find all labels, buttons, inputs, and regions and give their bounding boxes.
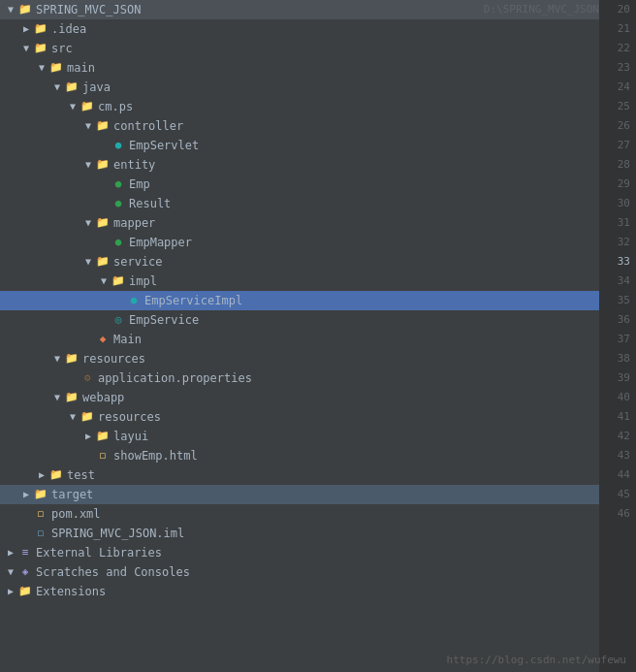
- tree-item-mapper[interactable]: ▼📁mapper: [0, 213, 599, 233]
- tree-item-EmpServiceImpl[interactable]: ●EmpServiceImpl: [0, 291, 599, 310]
- tree-item-service[interactable]: ▼📁service: [0, 252, 599, 272]
- tree-arrow[interactable]: ▼: [66, 97, 80, 116]
- tree-item-test[interactable]: ▶📁test: [0, 465, 599, 485]
- file-icon-scratch: ◈: [17, 564, 33, 580]
- tree-item-Main[interactable]: ◆Main: [0, 330, 599, 349]
- tree-item-target[interactable]: ▶📁target: [0, 485, 599, 504]
- tree-item-entity[interactable]: ▼📁entity: [0, 155, 599, 175]
- tree-arrow[interactable]: ▶: [4, 543, 17, 562]
- line-number-25: 25: [599, 97, 630, 116]
- tree-arrow[interactable]: ▼: [4, 0, 17, 19]
- tree-item-label: resources: [82, 349, 599, 368]
- tree-item-external-libraries[interactable]: ▶≡External Libraries: [0, 543, 599, 562]
- file-icon-folder-blue: 📁: [48, 467, 64, 483]
- file-icon-iml: ◻: [33, 526, 48, 541]
- tree-item-EmpMapper[interactable]: ●EmpMapper: [0, 233, 599, 252]
- tree-arrow[interactable]: ▶: [4, 582, 17, 601]
- tree-item-main[interactable]: ▼📁main: [0, 58, 599, 78]
- file-icon-folder-blue: 📁: [95, 118, 111, 134]
- tree-arrow[interactable]: ▼: [19, 39, 33, 58]
- file-icon-main: ◆: [95, 332, 111, 347]
- tree-arrow[interactable]: ▼: [50, 388, 64, 407]
- tree-item-EmpService[interactable]: ◎EmpService: [0, 310, 599, 330]
- tree-item-label: main: [67, 58, 599, 78]
- tree-item-extensions[interactable]: ▶📁Extensions: [0, 582, 599, 601]
- tree-item-label: showEmp.html: [113, 446, 599, 465]
- tree-item-resources[interactable]: ▼📁resources: [0, 349, 599, 368]
- tree-item-label: mapper: [113, 213, 599, 233]
- tree-item-Result[interactable]: ●Result: [0, 194, 599, 213]
- tree-item-label: EmpServlet: [129, 136, 599, 155]
- tree-item-scratches[interactable]: ▼◈Scratches and Consoles: [0, 562, 599, 582]
- line-number-27: 27: [599, 136, 630, 155]
- tree-arrow[interactable]: ▼: [50, 349, 64, 368]
- tree-item-application.properties[interactable]: ⚙application.properties: [0, 368, 599, 388]
- tree-item-label: resources: [98, 407, 599, 427]
- tree-arrow[interactable]: ▼: [50, 78, 64, 97]
- line-number-36: 36: [599, 310, 630, 330]
- line-number-39: 39: [599, 368, 630, 388]
- line-number-34: 34: [599, 272, 630, 291]
- tree-item-EmpServlet[interactable]: ●EmpServlet: [0, 136, 599, 155]
- file-icon-folder-blue: 📁: [17, 584, 33, 599]
- file-icon-class-green: ●: [111, 196, 126, 211]
- line-number-42: 42: [599, 427, 630, 446]
- file-icon-folder-blue: 📁: [80, 99, 95, 114]
- tree-item-label: Emp: [129, 175, 599, 194]
- tree-item-webapp[interactable]: ▼📁webapp: [0, 388, 599, 407]
- tree-item-label: controller: [113, 116, 599, 136]
- file-icon-folder-blue: 📁: [64, 80, 80, 95]
- tree-item-label: SPRING_MVC_JSON: [36, 0, 476, 19]
- file-icon-folder-res: 📁: [64, 351, 80, 367]
- line-number-21: 21: [599, 19, 630, 39]
- file-icon-folder: 📁: [33, 21, 48, 37]
- line-number-24: 24: [599, 78, 630, 97]
- tree-arrow[interactable]: ▶: [19, 485, 33, 504]
- tree-arrow[interactable]: ▼: [97, 272, 111, 291]
- tree-item-label: test: [67, 465, 599, 485]
- tree-arrow[interactable]: ▶: [35, 465, 48, 485]
- tree-item-pom.xml[interactable]: ◻pom.xml: [0, 504, 599, 524]
- tree-item-impl[interactable]: ▼📁impl: [0, 272, 599, 291]
- tree-arrow[interactable]: ▼: [81, 155, 95, 175]
- tree-item-showEmp.html[interactable]: ◻showEmp.html: [0, 446, 599, 465]
- tree-arrow[interactable]: ▼: [81, 116, 95, 136]
- line-number-22: 22: [599, 39, 630, 58]
- tree-item-cm.ps[interactable]: ▼📁cm.ps: [0, 97, 599, 116]
- tree-item-Emp[interactable]: ●Emp: [0, 175, 599, 194]
- tree-arrow[interactable]: ▼: [35, 58, 48, 78]
- file-tree[interactable]: ▼📁SPRING_MVC_JSOND:\SPRING_MVC_JSON▶📁.id…: [0, 0, 599, 672]
- tree-item-layui[interactable]: ▶📁layui: [0, 427, 599, 446]
- main-panel: ▼📁SPRING_MVC_JSOND:\SPRING_MVC_JSON▶📁.id…: [0, 0, 636, 672]
- tree-item-label: External Libraries: [36, 543, 599, 562]
- tree-arrow[interactable]: ▶: [81, 427, 95, 446]
- tree-item-idea[interactable]: ▶📁.idea: [0, 19, 599, 39]
- file-icon-interface: ◎: [111, 312, 126, 328]
- tree-item-label: cm.ps: [98, 97, 599, 116]
- tree-arrow[interactable]: ▼: [66, 407, 80, 427]
- tree-item-controller[interactable]: ▼📁controller: [0, 116, 599, 136]
- project-path: D:\SPRING_MVC_JSON: [484, 0, 599, 19]
- line-number-23: 23: [599, 58, 630, 78]
- tree-item-label: src: [51, 39, 599, 58]
- tree-item-label: java: [82, 78, 599, 97]
- line-number-28: 28: [599, 155, 630, 175]
- tree-item-resources2[interactable]: ▼📁resources: [0, 407, 599, 427]
- line-number-45: 45: [599, 485, 630, 504]
- tree-item-label: layui: [113, 427, 599, 446]
- tree-item-SPRING_MVC_JSON.iml[interactable]: ◻SPRING_MVC_JSON.iml: [0, 524, 599, 543]
- tree-item-java[interactable]: ▼📁java: [0, 78, 599, 97]
- file-icon-folder-blue: 📁: [95, 215, 111, 231]
- file-icon-folder: 📁: [48, 60, 64, 76]
- tree-arrow[interactable]: ▼: [4, 562, 17, 582]
- tree-item-project-root[interactable]: ▼📁SPRING_MVC_JSOND:\SPRING_MVC_JSON: [0, 0, 599, 19]
- tree-item-src[interactable]: ▼📁src: [0, 39, 599, 58]
- line-number-43: 43: [599, 446, 630, 465]
- file-icon-folder-blue: 📁: [64, 390, 80, 405]
- tree-arrow[interactable]: ▼: [81, 252, 95, 272]
- tree-item-label: webapp: [82, 388, 599, 407]
- watermark: https://blog.csdn.net/wufewu: [447, 654, 626, 666]
- tree-arrow[interactable]: ▶: [19, 19, 33, 39]
- tree-arrow[interactable]: ▼: [81, 213, 95, 233]
- line-number-37: 37: [599, 330, 630, 349]
